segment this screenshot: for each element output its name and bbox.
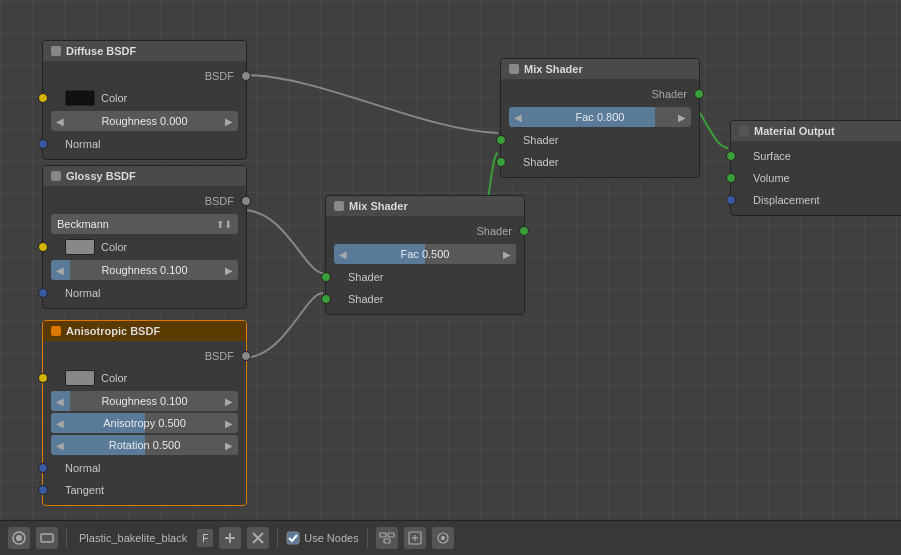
aniso-bsdf-output-label: BSDF xyxy=(205,350,234,362)
svg-rect-2 xyxy=(41,534,53,542)
glossy-distribution-value: Beckmann xyxy=(57,218,216,230)
color-label: Color xyxy=(99,92,238,104)
surface-socket[interactable] xyxy=(726,151,736,161)
glossy-roughness-slider[interactable]: ◀ Roughness 0.100 ▶ xyxy=(51,260,238,280)
filename-label: Plastic_bakelite_black xyxy=(75,532,191,544)
glossy-bsdf-icon xyxy=(51,171,61,181)
aniso-rotation-arrow-right[interactable]: ▶ xyxy=(220,440,238,451)
mix-top-shader2-socket[interactable] xyxy=(496,157,506,167)
svg-rect-9 xyxy=(388,533,394,537)
surface-label: Surface xyxy=(739,150,901,162)
mix-top-shader1-socket[interactable] xyxy=(496,135,506,145)
aniso-rotation-slider[interactable]: ◀ Rotation 0.500 ▶ xyxy=(51,435,238,455)
mix-shader-bottom-header: Mix Shader xyxy=(326,196,524,216)
bsdf-output-row: BSDF xyxy=(43,65,246,87)
glossy-bsdf-output-row: BSDF xyxy=(43,190,246,212)
aniso-roughness-arrow-right[interactable]: ▶ xyxy=(220,396,238,407)
glossy-normal-label: Normal xyxy=(51,287,238,299)
aniso-rotation-value: Rotation 0.500 xyxy=(51,439,238,451)
use-nodes-checkbox-icon xyxy=(286,531,300,545)
glossy-bsdf-output-label: BSDF xyxy=(205,195,234,207)
mix-top-fac-arrow-right[interactable]: ▶ xyxy=(673,112,691,123)
add-icon[interactable] xyxy=(219,527,241,549)
volume-input-row: Volume xyxy=(731,167,901,189)
displacement-socket[interactable] xyxy=(726,195,736,205)
mix-bottom-shader-output-label: Shader xyxy=(477,225,512,237)
diffuse-roughness-slider[interactable]: ◀ Roughness 0.000 ▶ xyxy=(51,111,238,131)
snap-icon[interactable] xyxy=(432,527,454,549)
mix-top-fac-slider[interactable]: ◀ Fac 0.800 ▶ xyxy=(509,107,691,127)
glossy-normal-row: Normal xyxy=(43,282,246,304)
mix-bottom-shader2-label: Shader xyxy=(334,293,516,305)
glossy-color-swatch[interactable] xyxy=(65,239,95,255)
node-add-icon[interactable] xyxy=(376,527,398,549)
material-output-node[interactable]: Material Output Surface Volume Displacem… xyxy=(730,120,901,216)
anisotropic-bsdf-node[interactable]: Anisotropic BSDF BSDF Color ◀ Roughness … xyxy=(42,320,247,506)
mix-bottom-shader-output-row: Shader xyxy=(326,220,524,242)
diffuse-bsdf-title: Diffuse BSDF xyxy=(66,45,136,57)
glossy-bsdf-output-socket[interactable] xyxy=(241,196,251,206)
delete-icon[interactable] xyxy=(247,527,269,549)
render-engine-icon[interactable] xyxy=(8,527,30,549)
mix-top-shader-input2-row: Shader xyxy=(501,151,699,173)
anisotropic-bsdf-icon xyxy=(51,326,61,336)
glossy-bsdf-header: Glossy BSDF xyxy=(43,166,246,186)
glossy-roughness-arrow-right[interactable]: ▶ xyxy=(220,265,238,276)
mix-bottom-fac-slider[interactable]: ◀ Fac 0.500 ▶ xyxy=(334,244,516,264)
anisotropic-bsdf-title: Anisotropic BSDF xyxy=(66,325,160,337)
glossy-color-socket[interactable] xyxy=(38,242,48,252)
frame-label[interactable]: F xyxy=(197,529,213,547)
mix-shader-top-node[interactable]: Mix Shader Shader ◀ Fac 0.800 ▶ Shader S… xyxy=(500,58,700,178)
aniso-bsdf-output-socket[interactable] xyxy=(241,351,251,361)
mix-top-shader1-label: Shader xyxy=(509,134,691,146)
mix-top-shader-output-socket[interactable] xyxy=(694,89,704,99)
use-nodes-checkbox-group[interactable]: Use Nodes xyxy=(286,531,358,545)
zoom-fit-icon[interactable] xyxy=(404,527,426,549)
aniso-anisotropy-slider[interactable]: ◀ Anisotropy 0.500 ▶ xyxy=(51,413,238,433)
glossy-bsdf-body: BSDF Beckmann ⬆⬇ Color ◀ Roughness 0.100… xyxy=(43,186,246,308)
dropdown-arrow-icon: ⬆⬇ xyxy=(216,219,232,230)
diffuse-bsdf-node[interactable]: Diffuse BSDF BSDF Color ◀ Roughness 0.00… xyxy=(42,40,247,160)
diffuse-normal-row: Normal xyxy=(43,133,246,155)
volume-socket[interactable] xyxy=(726,173,736,183)
aniso-anisotropy-arrow-right[interactable]: ▶ xyxy=(220,418,238,429)
normal-label: Normal xyxy=(51,138,238,150)
volume-label: Volume xyxy=(739,172,901,184)
diffuse-color-row: Color xyxy=(43,87,246,109)
glossy-bsdf-title: Glossy BSDF xyxy=(66,170,136,182)
aniso-normal-row: Normal xyxy=(43,457,246,479)
mix-bottom-shader-input1-row: Shader xyxy=(326,266,524,288)
aniso-bsdf-output-row: BSDF xyxy=(43,345,246,367)
mix-top-shader-output-label: Shader xyxy=(652,88,687,100)
aniso-normal-socket[interactable] xyxy=(38,463,48,473)
mix-shader-bottom-node[interactable]: Mix Shader Shader ◀ Fac 0.500 ▶ Shader S… xyxy=(325,195,525,315)
mix-bottom-shader-output-socket[interactable] xyxy=(519,226,529,236)
diffuse-bsdf-body: BSDF Color ◀ Roughness 0.000 ▶ Normal xyxy=(43,61,246,159)
mix-shader-bottom-body: Shader ◀ Fac 0.500 ▶ Shader Shader xyxy=(326,216,524,314)
glossy-normal-socket[interactable] xyxy=(38,288,48,298)
diffuse-bsdf-icon xyxy=(51,46,61,56)
aniso-tangent-row: Tangent xyxy=(43,479,246,501)
bsdf-output-socket[interactable] xyxy=(241,71,251,81)
aniso-roughness-slider[interactable]: ◀ Roughness 0.100 ▶ xyxy=(51,391,238,411)
material-output-body: Surface Volume Displacement xyxy=(731,141,901,215)
aniso-color-socket[interactable] xyxy=(38,373,48,383)
color-input-socket[interactable] xyxy=(38,93,48,103)
roughness-arrow-right[interactable]: ▶ xyxy=(220,116,238,127)
mix-shader-top-body: Shader ◀ Fac 0.800 ▶ Shader Shader xyxy=(501,79,699,177)
aniso-color-swatch[interactable] xyxy=(65,370,95,386)
aniso-color-label: Color xyxy=(99,372,238,384)
mix-bottom-shader2-socket[interactable] xyxy=(321,294,331,304)
aniso-tangent-socket[interactable] xyxy=(38,485,48,495)
svg-point-1 xyxy=(16,535,22,541)
view-icon[interactable] xyxy=(36,527,58,549)
normal-socket[interactable] xyxy=(38,139,48,149)
toolbar-sep-1 xyxy=(66,528,67,548)
toolbar: Plastic_bakelite_black F Use Nodes xyxy=(0,520,901,555)
glossy-distribution-dropdown[interactable]: Beckmann ⬆⬇ xyxy=(51,214,238,234)
surface-input-row: Surface xyxy=(731,145,901,167)
glossy-bsdf-node[interactable]: Glossy BSDF BSDF Beckmann ⬆⬇ Color ◀ Rou… xyxy=(42,165,247,309)
mix-bottom-fac-arrow-right[interactable]: ▶ xyxy=(498,249,516,260)
mix-bottom-shader1-socket[interactable] xyxy=(321,272,331,282)
color-swatch[interactable] xyxy=(65,90,95,106)
